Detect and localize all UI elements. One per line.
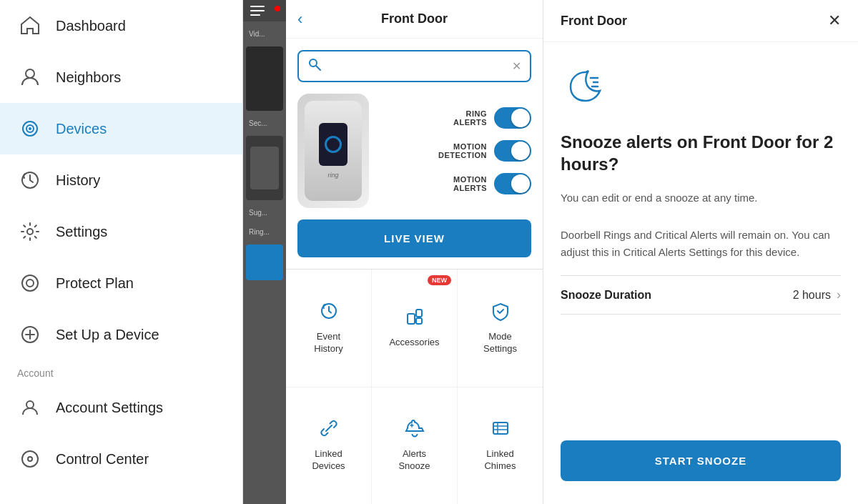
svg-point-12: [22, 451, 38, 467]
mode-settings-label: ModeSettings: [483, 331, 517, 355]
grid-item-accessories[interactable]: NEW Accessories: [372, 270, 457, 387]
motion-detection-label: MOTIONDETECTION: [438, 142, 487, 159]
svg-point-3: [29, 127, 31, 130]
doorbell-screen: [319, 123, 347, 166]
accessories-label: Accessories: [389, 337, 439, 349]
close-button[interactable]: ✕: [828, 11, 841, 30]
middle-panel: Vid... Sec... Sug... Ring...: [243, 0, 286, 504]
linked-devices-icon: [319, 418, 339, 443]
snooze-duration-label: Snooze Duration: [561, 289, 651, 302]
event-history-icon: [319, 301, 339, 325]
grid-item-mode-settings[interactable]: ModeSettings: [458, 270, 543, 387]
toggles-section: RINGALERTS MOTIONDETECTION MOTIONALERTS: [380, 107, 531, 194]
device-panel-title: Front Door: [381, 11, 448, 26]
doorbell-ring-indicator: [325, 136, 342, 153]
account-settings-icon: [17, 395, 43, 420]
svg-line-15: [316, 66, 320, 70]
motion-alerts-label: MOTIONALERTS: [453, 175, 487, 192]
search-input[interactable]: [327, 60, 506, 73]
sidebar-item-account-settings[interactable]: Account Settings: [0, 382, 242, 433]
snooze-heading: Snooze alerts on Front Door for 2 hours?: [561, 131, 841, 175]
notification-dot: [275, 6, 280, 11]
alerts-snooze-icon: [405, 418, 425, 443]
account-section-label: Account: [0, 360, 242, 382]
sidebar-label-devices: Devices: [56, 121, 107, 137]
snooze-desc-1: You can edit or end a snooze at any time…: [561, 189, 841, 207]
linked-devices-label: LinkedDevices: [312, 448, 345, 473]
linked-chimes-label: LinkedChimes: [484, 448, 516, 473]
snooze-duration-row[interactable]: Snooze Duration 2 hours ›: [561, 275, 841, 315]
accessories-icon: [405, 307, 425, 331]
setup-device-icon: [17, 322, 43, 347]
sidebar-item-history[interactable]: History: [0, 154, 242, 206]
video-thumb-3[interactable]: [246, 244, 283, 280]
snooze-moon-icon: [561, 65, 841, 117]
svg-point-13: [28, 457, 32, 461]
start-snooze-button[interactable]: START SNOOZE: [561, 440, 841, 481]
sidebar-item-protect-plan[interactable]: Protect Plan: [0, 257, 242, 309]
device-image: ring: [297, 94, 369, 208]
settings-icon: [17, 219, 43, 244]
mode-settings-icon: [490, 301, 511, 325]
search-bar: ✕: [297, 50, 531, 82]
event-history-label: EventHistory: [314, 331, 342, 355]
ring-alerts-toggle[interactable]: [494, 107, 531, 129]
video-thumb-2[interactable]: [246, 136, 283, 200]
hamburger-menu[interactable]: [250, 6, 265, 16]
sidebar: Dashboard Neighbors Devices: [0, 0, 243, 504]
sidebar-label-settings: Settings: [56, 224, 107, 240]
svg-rect-19: [416, 318, 422, 324]
ring-alerts-row: RINGALERTS: [380, 107, 531, 129]
devices-icon: [17, 116, 43, 142]
motion-detection-toggle[interactable]: [494, 140, 531, 162]
ring-label: Ring...: [246, 225, 283, 239]
sidebar-item-setup-device[interactable]: Set Up a Device: [0, 309, 242, 360]
live-view-button[interactable]: LIVE VIEW: [297, 219, 531, 257]
middle-content: Vid... Sec... Sug... Ring...: [243, 21, 286, 504]
search-icon: [307, 57, 322, 75]
svg-rect-17: [408, 314, 415, 324]
grid-item-linked-chimes[interactable]: LinkedChimes: [458, 387, 543, 505]
svg-point-11: [26, 401, 34, 408]
doorbell-brand: ring: [327, 172, 338, 179]
new-badge: NEW: [428, 275, 451, 285]
snooze-panel: Front Door ✕ Snooze alerts on Front Door…: [543, 0, 858, 504]
vid-label: Vid...: [246, 27, 283, 41]
chevron-right-icon: ›: [837, 287, 841, 302]
sidebar-label-dashboard: Dashboard: [56, 18, 126, 34]
sidebar-label-control-center: Control Center: [56, 451, 149, 468]
clear-search-icon[interactable]: ✕: [512, 59, 521, 73]
snooze-content: Snooze alerts on Front Door for 2 hours?…: [543, 42, 858, 440]
svg-rect-22: [493, 423, 508, 434]
sidebar-item-devices[interactable]: Devices: [0, 103, 242, 154]
alerts-snooze-label: AlertsSnooze: [398, 448, 430, 473]
svg-point-5: [27, 229, 33, 234]
grid-item-alerts-snooze[interactable]: AlertsSnooze: [372, 387, 457, 505]
middle-panel-header: [243, 0, 286, 21]
sidebar-label-account-settings: Account Settings: [56, 400, 163, 416]
sidebar-item-neighbors[interactable]: Neighbors: [0, 51, 242, 103]
sidebar-label-history: History: [56, 172, 100, 189]
snooze-panel-title: Front Door: [561, 14, 627, 29]
home-icon: [17, 13, 43, 39]
svg-point-0: [26, 69, 34, 78]
grid-item-event-history[interactable]: EventHistory: [286, 270, 371, 387]
snooze-duration-value[interactable]: 2 hours ›: [793, 287, 841, 302]
snooze-panel-header: Front Door ✕: [543, 0, 858, 42]
sidebar-item-control-center[interactable]: Control Center: [0, 433, 242, 485]
sidebar-item-settings[interactable]: Settings: [0, 206, 242, 257]
sidebar-item-dashboard[interactable]: Dashboard: [0, 0, 242, 51]
video-thumb-1[interactable]: [246, 46, 283, 111]
snooze-spacer: [561, 329, 841, 417]
svg-point-7: [26, 280, 34, 287]
protect-plan-icon: [17, 270, 43, 296]
device-grid: EventHistory NEW Accessories Mode: [286, 269, 543, 504]
ring-alerts-label: RINGALERTS: [453, 109, 487, 127]
device-panel-header: ‹ Front Door: [286, 0, 543, 39]
back-button[interactable]: ‹: [297, 10, 302, 29]
svg-point-6: [22, 275, 38, 291]
control-center-icon: [17, 446, 43, 472]
motion-alerts-toggle[interactable]: [494, 173, 531, 194]
neighbors-icon: [17, 64, 43, 90]
grid-item-linked-devices[interactable]: LinkedDevices: [286, 387, 371, 505]
